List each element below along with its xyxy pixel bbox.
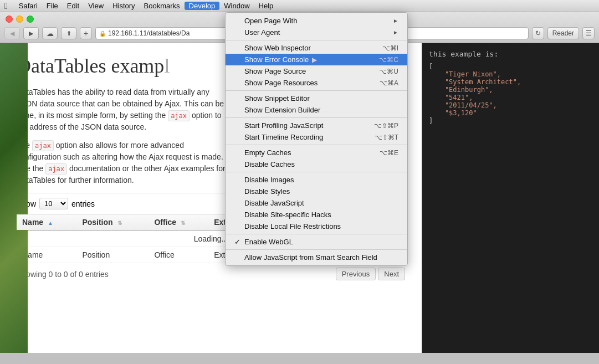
json-display: [ "Tiger Nixon", "System Architect", "Ed… — [429, 63, 592, 125]
menubar-help[interactable]: Help — [254, 2, 278, 10]
col-name[interactable]: Name ▲ — [17, 214, 76, 231]
menubar-file[interactable]: File — [42, 2, 63, 10]
menu-show-web-inspector[interactable]: Show Web Inspector ⌥⌘I — [226, 42, 407, 54]
sidebar-button[interactable]: ☰ — [582, 27, 595, 39]
menubar-window[interactable]: Window — [219, 2, 254, 10]
menu-start-profiling[interactable]: Start Profiling JavaScript ⌥⇧⌘P — [226, 120, 407, 131]
col-position[interactable]: Position ⇅ — [76, 214, 149, 231]
shortcut-error-console: ⌥⌘C — [379, 56, 398, 64]
separator-4 — [226, 145, 407, 145]
menubar-develop[interactable]: Develop — [185, 2, 220, 10]
menu-disable-site-hacks[interactable]: Disable Site-specific Hacks — [226, 209, 407, 221]
col-office[interactable]: Office ⇅ — [149, 214, 208, 231]
menu-label-webgl: Enable WebGL — [244, 238, 293, 246]
showing-text: Showing 0 to 0 of 0 entries — [17, 270, 109, 279]
menu-label-timeline: Start Timeline Recording — [244, 133, 323, 141]
shortcut-empty-caches: ⌥⌘E — [380, 149, 398, 157]
page-detail: The ajax option also allows for more adv… — [17, 140, 227, 186]
menu-show-page-source[interactable]: Show Page Source ⌥⌘U — [226, 65, 407, 77]
col-office-empty: Office — [149, 247, 208, 263]
separator-7 — [226, 249, 407, 250]
menubar-safari[interactable]: Safari — [14, 2, 42, 10]
develop-menu[interactable]: Open Page With ► User Agent ► Show Web I… — [225, 12, 408, 266]
shortcut-page-source: ⌥⌘U — [379, 68, 398, 75]
page-intro: DataTables has the ability to read data … — [17, 86, 227, 133]
reload-button[interactable]: ↻ — [532, 27, 544, 39]
menu-disable-images[interactable]: Disable Images — [226, 174, 407, 186]
prev-button[interactable]: Previous — [336, 268, 376, 280]
menu-label-web-inspector: Show Web Inspector — [244, 44, 311, 52]
table-footer: Showing 0 to 0 of 0 entries Previous Nex… — [17, 263, 405, 285]
close-button[interactable] — [6, 16, 13, 23]
show-entries: Show 10 25 50 100 entries — [17, 198, 95, 209]
check-webgl: ✓ — [234, 238, 243, 246]
ajax-tag-3: ajax — [45, 163, 67, 175]
menu-label-open-page: Open Page With — [244, 17, 297, 25]
menu-show-snippet-editor[interactable]: Show Snippet Editor — [226, 93, 407, 104]
decorative-green-bg — [0, 43, 28, 353]
maximize-button[interactable] — [27, 16, 34, 23]
menu-enable-webgl[interactable]: ✓ Enable WebGL — [226, 236, 407, 248]
new-tab-button[interactable]: + — [80, 27, 92, 39]
lock-icon: 🔒 — [99, 30, 106, 37]
menu-open-page-with[interactable]: Open Page With ► — [226, 15, 407, 27]
arrow-user-agent: ► — [393, 29, 398, 35]
menu-label-page-source: Show Page Source — [244, 67, 306, 75]
menu-label-snippet-editor: Show Snippet Editor — [244, 94, 310, 102]
reading-list-button[interactable]: ☁ — [42, 27, 58, 39]
menubar-view[interactable]: View — [84, 2, 108, 10]
menu-empty-caches[interactable]: Empty Caches ⌥⌘E — [226, 147, 407, 158]
entries-select[interactable]: 10 25 50 100 — [39, 198, 68, 209]
menu-show-extension-builder[interactable]: Show Extension Builder — [226, 104, 407, 116]
menu-disable-caches[interactable]: Disable Caches — [226, 158, 407, 170]
menu-allow-javascript-smart[interactable]: Allow JavaScript from Smart Search Field — [226, 252, 407, 263]
share-button[interactable]: ⬆ — [61, 27, 76, 39]
separator-3 — [226, 117, 407, 118]
menu-show-error-console[interactable]: Show Error Console ▶ ⌥⌘C — [226, 54, 407, 65]
shortcut-profiling: ⌥⇧⌘P — [374, 122, 398, 130]
separator-6 — [226, 234, 407, 234]
menu-disable-javascript[interactable]: Disable JavaScript — [226, 197, 407, 209]
menubar-bookmarks[interactable]: Bookmarks — [140, 2, 185, 10]
reader-button[interactable]: Reader — [547, 27, 579, 39]
menubar-edit[interactable]: Edit — [63, 2, 84, 10]
menu-show-page-resources[interactable]: Show Page Resources ⌥⌘A — [226, 77, 407, 89]
next-button[interactable]: Next — [378, 268, 405, 280]
forward-button[interactable]: ▶ — [23, 27, 39, 39]
separator-1 — [226, 40, 407, 40]
menu-label-disable-images: Disable Images — [244, 176, 294, 184]
menu-disable-local-file[interactable]: Disable Local File Restrictions — [226, 221, 407, 232]
cursor-indicator: ▶ — [312, 56, 317, 64]
menu-label-local-file: Disable Local File Restrictions — [244, 222, 341, 230]
menubar:  Safari File Edit View History Bookmark… — [0, 0, 599, 12]
back-button[interactable]: ◀ — [4, 27, 20, 39]
menu-start-timeline[interactable]: Start Timeline Recording ⌥⇧⌘T — [226, 131, 407, 143]
menu-label-page-resources: Show Page Resources — [244, 79, 318, 87]
apple-menu[interactable]:  — [4, 1, 8, 11]
menu-disable-styles[interactable]: Disable Styles — [226, 186, 407, 197]
menu-label-profiling: Start Profiling JavaScript — [244, 121, 323, 130]
pagination: Previous Next — [336, 268, 405, 280]
right-panel-label: this example is: — [429, 50, 592, 58]
right-panel: this example is: [ "Tiger Nixon", "Syste… — [422, 43, 599, 353]
menu-label-disable-caches: Disable Caches — [244, 160, 295, 168]
col-pos-empty: Position — [76, 247, 149, 263]
menu-user-agent[interactable]: User Agent ► — [226, 27, 407, 38]
ajax-tag-1: ajax — [168, 110, 190, 121]
menu-label-site-hacks: Disable Site-specific Hacks — [244, 211, 331, 219]
menu-label-empty-caches: Empty Caches — [244, 148, 291, 157]
shortcut-timeline: ⌥⇧⌘T — [375, 134, 398, 141]
ajax-tag-2: ajax — [32, 140, 54, 151]
menu-label-disable-js: Disable JavaScript — [244, 199, 304, 207]
separator-5 — [226, 172, 407, 172]
menu-label-error-console: Show Error Console — [244, 55, 309, 64]
entries-label: entries — [71, 199, 95, 208]
menubar-history[interactable]: History — [108, 2, 139, 10]
shortcut-web-inspector: ⌥⌘I — [382, 44, 398, 52]
menu-label-extension-builder: Show Extension Builder — [244, 106, 320, 114]
arrow-open-page: ► — [393, 18, 398, 24]
menu-label-user-agent: User Agent — [244, 28, 280, 37]
minimize-button[interactable] — [16, 16, 23, 23]
shortcut-page-resources: ⌥⌘A — [380, 79, 398, 87]
menu-label-disable-styles: Disable Styles — [244, 187, 290, 196]
